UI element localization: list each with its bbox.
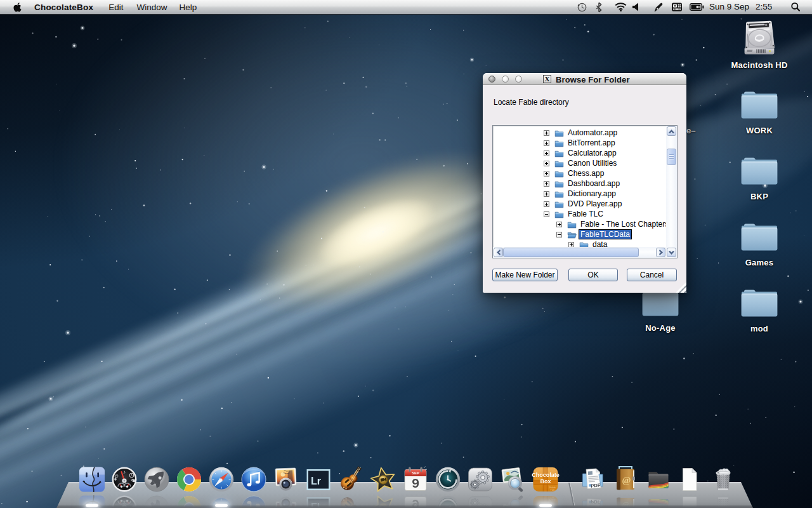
horizontal-scroll-thumb[interactable] bbox=[503, 248, 639, 257]
iphoto-icon bbox=[272, 465, 300, 493]
battery-status-icon[interactable] bbox=[690, 3, 704, 11]
dock-item-launchpad[interactable] bbox=[143, 465, 171, 493]
apple-menu-icon[interactable] bbox=[13, 2, 22, 13]
expander-icon[interactable] bbox=[544, 130, 549, 136]
tree-item-dictionary[interactable]: Dictionary.app bbox=[493, 189, 666, 199]
tree-item-chess[interactable]: Chess.app bbox=[493, 168, 666, 178]
expander-icon[interactable] bbox=[556, 222, 562, 227]
expander-icon[interactable] bbox=[544, 140, 549, 146]
wifi-status-icon[interactable] bbox=[615, 3, 627, 11]
tree-item-fable-the-lost-chapters[interactable]: Fable - The Lost Chapters bbox=[493, 219, 666, 229]
dock-item-system-preferences[interactable] bbox=[466, 465, 494, 493]
time-machine-status-icon[interactable] bbox=[577, 2, 587, 13]
chocolatebox-text-line2: Box bbox=[540, 478, 551, 485]
folder-icon bbox=[554, 180, 564, 188]
folder-icon bbox=[741, 88, 778, 119]
dock-item-pdf-documents[interactable]: PDF bbox=[579, 465, 607, 493]
finder-icon bbox=[78, 465, 106, 493]
menu-bar-date[interactable]: Sun 9 Sep bbox=[709, 2, 749, 11]
keyboard-viewer-status-icon[interactable] bbox=[671, 2, 683, 12]
tree-item-automator[interactable]: Automator.app bbox=[493, 128, 666, 138]
horizontal-scrollbar[interactable] bbox=[493, 247, 666, 258]
spotlight-icon[interactable] bbox=[790, 2, 801, 12]
scroll-right-button[interactable] bbox=[656, 248, 665, 257]
tree-item-data[interactable]: data bbox=[493, 239, 666, 247]
menu-help[interactable]: Help bbox=[179, 3, 197, 12]
expander-icon[interactable] bbox=[544, 150, 549, 156]
scroll-down-button[interactable] bbox=[667, 248, 676, 257]
dock-item-itunes[interactable] bbox=[240, 465, 268, 493]
tree-item-dvd-player[interactable]: DVD Player.app bbox=[493, 199, 666, 209]
folder-icon bbox=[554, 159, 564, 168]
cancel-button[interactable]: Cancel bbox=[627, 269, 677, 281]
folder-icon bbox=[741, 154, 778, 185]
vertical-scrollbar[interactable] bbox=[666, 126, 677, 258]
desktop-icon-games[interactable]: Games bbox=[724, 220, 794, 267]
dock-item-adobe-lightroom[interactable]: Lr bbox=[304, 465, 332, 493]
tree-item-dashboard[interactable]: Dashboard.app bbox=[493, 178, 666, 189]
arrow-down-icon bbox=[669, 251, 674, 255]
tree-item-canon-utilities[interactable]: Canon Utilities bbox=[493, 158, 666, 168]
tree-rows: Automator.app BitTorrent.app Calculator.… bbox=[493, 126, 666, 247]
expander-icon[interactable] bbox=[568, 242, 574, 248]
desktop-icon-bkp[interactable]: BKP bbox=[724, 154, 794, 201]
desktop-screen: Macintosh HD WORK BKP Games mod No-Age e… bbox=[0, 0, 812, 508]
dock-item-trash[interactable] bbox=[709, 465, 737, 493]
dock-item-dashboard[interactable]: ♪ @ bbox=[110, 465, 138, 493]
dock-item-downloads[interactable] bbox=[645, 465, 672, 493]
dock-item-google-chrome[interactable] bbox=[175, 465, 203, 493]
window-zoom-button[interactable] bbox=[515, 76, 522, 83]
imovie-icon bbox=[369, 465, 397, 493]
desktop-icon-label: Macintosh HD bbox=[724, 60, 794, 70]
menu-edit[interactable]: Edit bbox=[108, 3, 123, 12]
tree-item-fabletlcdata[interactable]: FableTLCData bbox=[493, 229, 666, 239]
dock-item-imovie[interactable] bbox=[369, 465, 397, 493]
resize-grip[interactable] bbox=[676, 282, 686, 293]
folder-open-icon bbox=[567, 231, 577, 239]
calendar-month-text: SEP bbox=[412, 471, 419, 475]
dock-item-garageband[interactable] bbox=[337, 465, 365, 493]
expander-icon[interactable] bbox=[544, 211, 549, 217]
desktop-icon-macintosh-hd[interactable]: Macintosh HD bbox=[724, 19, 794, 70]
trash-icon bbox=[709, 465, 737, 493]
dock-item-documents[interactable] bbox=[676, 465, 704, 493]
desktop-icon-mod[interactable]: mod bbox=[724, 286, 794, 333]
dock-item-address-book[interactable]: @ bbox=[612, 465, 639, 493]
scroll-up-button[interactable] bbox=[667, 126, 676, 136]
expander-icon[interactable] bbox=[544, 201, 549, 207]
expander-icon[interactable] bbox=[544, 181, 549, 187]
expander-icon[interactable] bbox=[544, 191, 549, 197]
volume-status-icon[interactable] bbox=[632, 3, 641, 11]
window-minimize-button[interactable] bbox=[502, 76, 509, 83]
dialog-titlebar[interactable]: X Browse For Folder bbox=[483, 73, 686, 85]
downloads-icon bbox=[645, 465, 672, 493]
tree-item-bittorrent[interactable]: BitTorrent.app bbox=[493, 138, 666, 148]
dock-item-preview[interactable] bbox=[499, 465, 527, 493]
window-close-button[interactable] bbox=[488, 76, 495, 83]
menu-window[interactable]: Window bbox=[136, 3, 167, 12]
tree-item-calculator[interactable]: Calculator.app bbox=[493, 148, 666, 158]
google-chrome-icon bbox=[175, 465, 203, 493]
scroll-left-button[interactable] bbox=[494, 248, 503, 257]
ink-pen-status-icon[interactable] bbox=[653, 2, 664, 13]
expander-icon[interactable] bbox=[556, 232, 562, 237]
desktop-icon-no-age[interactable]: No-Age bbox=[625, 286, 695, 333]
menu-bar-time[interactable]: 2:55 bbox=[756, 2, 772, 11]
dock-item-time-machine[interactable] bbox=[434, 465, 462, 493]
dock-item-finder[interactable] bbox=[78, 465, 106, 493]
vertical-scroll-thumb[interactable] bbox=[667, 149, 676, 165]
dock-item-calendar[interactable]: SEP 9 bbox=[402, 465, 429, 493]
expander-icon[interactable] bbox=[544, 171, 549, 177]
expander-icon[interactable] bbox=[544, 161, 549, 166]
dock-item-chocolatebox[interactable]: Chocolate Box Fable TLC bbox=[532, 465, 560, 493]
running-indicator-finder bbox=[86, 504, 98, 507]
desktop-icon-work[interactable]: WORK bbox=[724, 88, 794, 135]
dock-item-safari[interactable] bbox=[207, 465, 235, 493]
make-new-folder-button[interactable]: Make New Folder bbox=[492, 269, 558, 281]
safari-icon bbox=[207, 465, 235, 493]
menu-app-name[interactable]: ChocolateBox bbox=[34, 3, 93, 12]
dock-item-iphoto[interactable] bbox=[272, 465, 300, 493]
tree-item-fable-tlc[interactable]: Fable TLC bbox=[493, 209, 666, 219]
ok-button[interactable]: OK bbox=[568, 269, 618, 281]
bluetooth-status-icon[interactable] bbox=[595, 2, 603, 13]
